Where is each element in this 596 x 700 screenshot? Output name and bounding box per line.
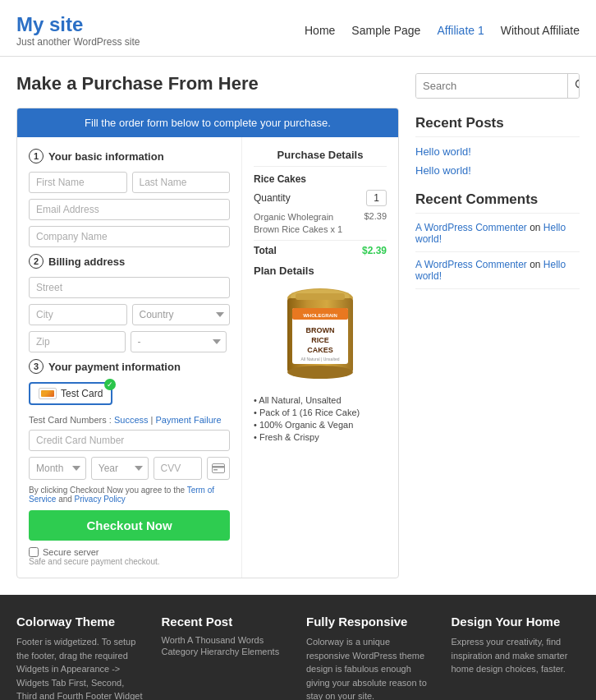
nav-home[interactable]: Home bbox=[305, 24, 335, 37]
svg-rect-1 bbox=[212, 466, 225, 468]
recent-posts-title: Recent Posts bbox=[415, 115, 580, 137]
card-details-row: Month Year bbox=[29, 457, 230, 480]
footer-col-4: Design Your Home Express your creativity… bbox=[452, 615, 580, 700]
country-select[interactable]: Country bbox=[132, 304, 231, 325]
company-input[interactable] bbox=[29, 226, 230, 247]
svg-text:RICE: RICE bbox=[311, 336, 329, 344]
street-input[interactable] bbox=[29, 277, 230, 298]
section3-num: 3 bbox=[29, 359, 44, 374]
section3-label: 3 Your payment information bbox=[29, 359, 230, 374]
purchase-title: Purchase Details bbox=[254, 149, 387, 167]
feature-4: Fresh & Crispy bbox=[254, 432, 387, 442]
footer-col3-text: Colorway is a unique responsive WordPres… bbox=[306, 635, 435, 700]
footer-col3-title: Fully Responsive bbox=[306, 615, 435, 629]
plan-features: All Natural, Unsalted Pack of 1 (16 Rice… bbox=[254, 395, 387, 442]
street-row bbox=[29, 277, 230, 298]
comment-on-2: on bbox=[530, 259, 543, 270]
section1-num: 1 bbox=[29, 149, 44, 163]
product-price-row: Organic Wholegrain Brown Rice Cakes x 1 … bbox=[254, 211, 387, 237]
footer-col-1: Colorway Theme Footer is widgetized. To … bbox=[16, 615, 145, 700]
secure-sub: Safe and secure payment checkout. bbox=[29, 557, 230, 566]
footer-col2-link1[interactable]: Worth A Thousand Words bbox=[162, 635, 291, 645]
year-select[interactable]: Year bbox=[91, 457, 149, 480]
test-card-button[interactable]: Test Card ✓ bbox=[29, 382, 112, 405]
footer-col2-link2[interactable]: Category Hierarchy Elements bbox=[162, 647, 291, 656]
details-section: Purchase Details Rice Cakes Quantity 1 O… bbox=[242, 137, 398, 578]
feature-1: All Natural, Unsalted bbox=[254, 395, 387, 405]
credit-card-input[interactable] bbox=[29, 430, 230, 451]
quantity-value: 1 bbox=[366, 190, 387, 206]
comment-author-2[interactable]: A WordPress Commenter bbox=[415, 259, 527, 270]
product-name: Rice Cakes bbox=[254, 173, 387, 185]
site-title: My site bbox=[16, 13, 140, 36]
cvv-input[interactable] bbox=[154, 457, 202, 480]
content-area: Make a Purchase From Here Fill the order… bbox=[16, 73, 399, 578]
test-card-label: Test Card bbox=[61, 388, 103, 399]
last-name-input[interactable] bbox=[132, 172, 231, 193]
header: My site Just another WordPress site Home… bbox=[0, 0, 596, 57]
section1-title: Your basic information bbox=[48, 150, 164, 163]
zip-select[interactable]: - bbox=[131, 331, 227, 352]
svg-text:WHOLEGRAIN: WHOLEGRAIN bbox=[303, 313, 337, 318]
checkout-header: Fill the order form below to complete yo… bbox=[17, 108, 398, 137]
quantity-row: Quantity 1 bbox=[254, 190, 387, 206]
section1-label: 1 Your basic information bbox=[29, 149, 230, 163]
footer-col4-title: Design Your Home bbox=[452, 615, 580, 629]
zip-input[interactable] bbox=[29, 331, 126, 352]
site-tagline: Just another WordPress site bbox=[16, 36, 140, 48]
section2-num: 2 bbox=[29, 254, 44, 269]
price-label: Organic Wholegrain Brown Rice Cakes x 1 bbox=[254, 211, 344, 237]
sidebar: Recent Posts Hello world! Hello world! R… bbox=[415, 73, 580, 578]
comment-2: A WordPress Commenter on Hello world! bbox=[415, 259, 580, 289]
nav-sample-page[interactable]: Sample Page bbox=[351, 24, 420, 37]
plan-title: Plan Details bbox=[254, 265, 387, 277]
city-country-row: Country bbox=[29, 304, 230, 325]
email-input[interactable] bbox=[29, 199, 230, 220]
privacy-link[interactable]: Privacy Policy bbox=[75, 495, 126, 504]
credit-card-row bbox=[29, 430, 230, 451]
footer-col1-title: Colorway Theme bbox=[16, 615, 145, 629]
search-button[interactable] bbox=[567, 74, 580, 98]
section2-label: 2 Billing address bbox=[29, 254, 230, 269]
footer-col4-text: Express your creativity, find inspiratio… bbox=[452, 635, 580, 676]
month-select[interactable]: Month bbox=[29, 457, 86, 480]
secure-checkbox-label[interactable]: Secure server bbox=[29, 547, 230, 557]
svg-rect-2 bbox=[213, 469, 218, 471]
success-link[interactable]: Success bbox=[114, 415, 149, 425]
recent-posts-section: Recent Posts Hello world! Hello world! bbox=[415, 115, 580, 177]
city-input[interactable] bbox=[29, 304, 127, 325]
svg-text:All Natural | Unsalted: All Natural | Unsalted bbox=[301, 357, 340, 362]
nav-without-affiliate[interactable]: Without Affiliate bbox=[501, 24, 580, 37]
recent-post-1[interactable]: Hello world! bbox=[415, 145, 580, 158]
checkout-button[interactable]: Checkout Now bbox=[29, 510, 230, 541]
svg-point-16 bbox=[576, 81, 580, 88]
email-row bbox=[29, 199, 230, 220]
footer-col-2: Recent Post Worth A Thousand Words Categ… bbox=[162, 615, 291, 700]
footer-dark: Colorway Theme Footer is widgetized. To … bbox=[0, 595, 596, 700]
svg-rect-15 bbox=[296, 293, 345, 300]
site-branding: My site Just another WordPress site bbox=[16, 13, 140, 48]
search-input[interactable] bbox=[416, 74, 567, 98]
secure-label: Secure server bbox=[43, 547, 99, 557]
footer-col1-text: Footer is widgetized. To setup the foote… bbox=[16, 635, 145, 700]
page-title: Make a Purchase From Here bbox=[16, 73, 399, 94]
checkout-body: 1 Your basic information bbox=[17, 137, 398, 578]
failure-link[interactable]: Payment Failure bbox=[156, 415, 222, 425]
card-icon-inner bbox=[41, 390, 54, 397]
main-nav: Home Sample Page Affiliate 1 Without Aff… bbox=[305, 24, 580, 37]
comment-1: A WordPress Commenter on Hello world! bbox=[415, 222, 580, 252]
first-name-input[interactable] bbox=[29, 172, 127, 193]
nav-affiliate1[interactable]: Affiliate 1 bbox=[437, 24, 484, 37]
quantity-label: Quantity bbox=[254, 192, 291, 204]
feature-2: Pack of 1 (16 Rice Cake) bbox=[254, 408, 387, 417]
feature-3: 100% Organic & Vegan bbox=[254, 420, 387, 430]
comment-author-1[interactable]: A WordPress Commenter bbox=[415, 222, 527, 233]
search-box bbox=[415, 73, 580, 99]
section2-title: Billing address bbox=[48, 256, 125, 268]
section3-title: Your payment information bbox=[48, 361, 181, 373]
secure-checkbox[interactable] bbox=[29, 547, 39, 557]
search-icon bbox=[575, 79, 580, 90]
test-card-links: Test Card Numbers : Success | Payment Fa… bbox=[29, 415, 230, 425]
cvv-icon bbox=[207, 457, 230, 480]
recent-post-2[interactable]: Hello world! bbox=[415, 164, 580, 177]
